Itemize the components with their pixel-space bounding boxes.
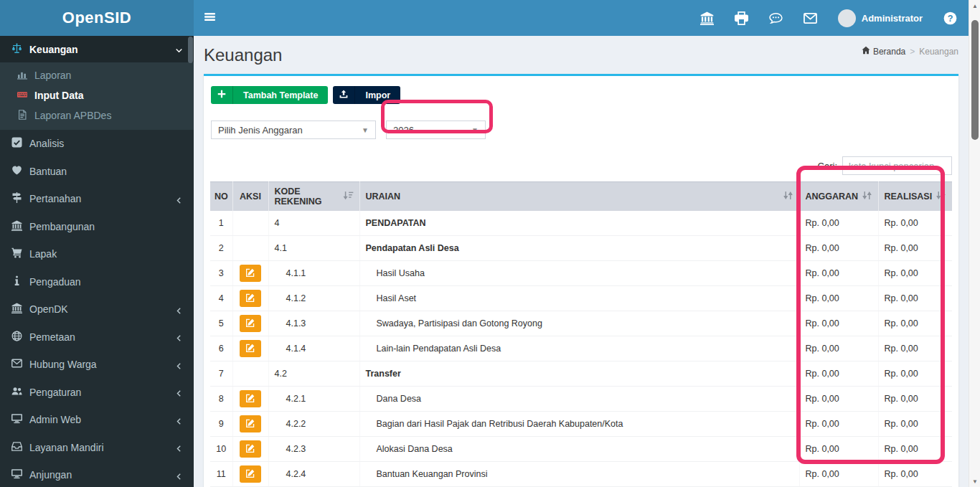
- sidebar-item-keuangan[interactable]: Keuangan: [0, 36, 194, 62]
- sidebar-item-pengaduan[interactable]: Pengaduan: [0, 268, 194, 296]
- sidebar-item-bantuan[interactable]: Bantuan: [0, 158, 194, 186]
- edit-button[interactable]: [240, 415, 261, 432]
- bank-icon: [11, 303, 23, 316]
- user-menu[interactable]: Administrator: [838, 9, 923, 27]
- realisasi-cell: Rp. 0,00: [878, 236, 952, 261]
- edit-button[interactable]: [240, 465, 261, 483]
- page-title: Keuangan: [204, 45, 958, 65]
- page-scrollbar[interactable]: ▲ ▼: [969, 0, 980, 487]
- realisasi-cell: Rp. 0,00: [878, 361, 952, 387]
- envelope-icon: [11, 359, 23, 371]
- uraian-cell: Transfer: [359, 361, 799, 387]
- column-header-uraian[interactable]: URAIAN: [359, 182, 799, 211]
- sidebar-item-pertanahan[interactable]: Pertanahan: [0, 185, 194, 213]
- column-header-realisasi[interactable]: REALISASI: [878, 182, 952, 211]
- sidebar-item-pengaturan[interactable]: Pengaturan: [0, 379, 194, 407]
- bank-button[interactable]: [700, 11, 714, 25]
- edit-button[interactable]: [240, 290, 261, 307]
- edit-icon: [246, 293, 255, 304]
- plus-icon: [211, 86, 233, 104]
- cart-icon: [11, 248, 23, 260]
- app-logo[interactable]: OpenSID: [0, 0, 194, 36]
- table-row: 2 4.1 Pendapatan Asli Desa Rp. 0,00 Rp. …: [210, 236, 952, 261]
- impor-button[interactable]: Impor: [333, 86, 400, 104]
- anggaran-cell: Rp. 0,00: [799, 286, 878, 311]
- column-header-kode-rekening[interactable]: KODE REKENING: [268, 182, 359, 211]
- sidebar-subitem-laporan[interactable]: Laporan: [0, 65, 194, 85]
- tahun-select[interactable]: 2026 ▼: [386, 120, 486, 139]
- sort-icon: [936, 191, 946, 202]
- sidebar-subitem-laporan-apbdes[interactable]: Laporan APBDes: [0, 105, 194, 126]
- anggaran-cell: Rp. 0,00: [799, 462, 878, 487]
- uraian-cell: Bagian dari Hasil Pajak dan Retribusi Da…: [359, 412, 799, 437]
- scrollbar-up-arrow[interactable]: ▲: [969, 0, 980, 11]
- tambah-template-button[interactable]: Tambah Template: [211, 86, 328, 104]
- caret-down-icon: ▼: [362, 126, 369, 134]
- inbox-icon: [11, 441, 23, 453]
- uraian-cell: Swadaya, Partisipasi dan Gotong Royong: [359, 311, 799, 336]
- anggaran-table: NO AKSI KODE REKENING URAIAN ANGGARAN RE…: [210, 181, 952, 487]
- sort-amount-icon: [343, 191, 354, 202]
- sidebar-item-analisis[interactable]: Analisis: [0, 130, 194, 158]
- edit-button[interactable]: [240, 315, 261, 332]
- kode-rekening-cell: 4.2.2: [268, 412, 359, 437]
- printer-icon: [735, 11, 748, 25]
- sidebar-subitem-input-data[interactable]: Input Data: [0, 85, 194, 105]
- realisasi-cell: Rp. 0,00: [878, 412, 952, 437]
- chevron-left-icon: [175, 388, 183, 396]
- edit-button[interactable]: [240, 390, 261, 407]
- chevron-left-icon: [175, 471, 183, 479]
- sidebar-item-lapak[interactable]: Lapak: [0, 240, 194, 268]
- realisasi-cell: Rp. 0,00: [878, 286, 952, 311]
- avatar: [838, 9, 856, 27]
- kode-rekening-cell: 4.2: [268, 361, 359, 387]
- breadcrumb-home-link[interactable]: Beranda: [862, 46, 905, 57]
- sidebar-item-layanan-mandiri[interactable]: Layanan Mandiri: [0, 434, 194, 462]
- edit-button[interactable]: [240, 440, 261, 458]
- desktop-icon: [11, 469, 23, 481]
- sidebar-item-anjungan[interactable]: Anjungan: [0, 461, 194, 487]
- scrollbar-down-arrow[interactable]: ▼: [969, 476, 980, 487]
- scales-icon: [11, 43, 23, 55]
- jenis-anggaran-select[interactable]: Pilih Jenis Anggaran ▼: [211, 120, 376, 139]
- keuangan-card: Tambah Template Impor Pilih Jenis Anggar…: [204, 74, 958, 487]
- table-row: 4 4.1.2 Hasil Aset Rp. 0,00 Rp. 0,00: [210, 286, 952, 311]
- row-number: 10: [210, 437, 232, 462]
- column-header-anggaran[interactable]: ANGGARAN: [799, 182, 878, 211]
- svg-text:?: ?: [948, 13, 953, 23]
- sidebar-item-admin-web[interactable]: Admin Web: [0, 406, 194, 434]
- printer-button[interactable]: [735, 11, 748, 25]
- search-input[interactable]: [842, 156, 952, 175]
- chevron-left-icon: [175, 416, 183, 424]
- uraian-cell: Dana Desa: [359, 387, 799, 412]
- sidebar-item-opendk[interactable]: OpenDK: [0, 295, 194, 323]
- sidebar-toggle-button[interactable]: [194, 0, 226, 36]
- scrollbar-thumb[interactable]: [971, 20, 979, 140]
- file-text-icon: [16, 110, 28, 122]
- table-row: 5 4.1.3 Swadaya, Partisipasi dan Gotong …: [210, 311, 952, 336]
- edit-button[interactable]: [240, 340, 261, 357]
- info-icon: [11, 275, 23, 288]
- envelope-button[interactable]: [804, 11, 817, 25]
- realisasi-cell: Rp. 0,00: [878, 211, 952, 236]
- table-row: 9 4.2.2 Bagian dari Hasil Pajak dan Retr…: [210, 412, 952, 437]
- sidebar-item-hubung-warga[interactable]: Hubung Warga: [0, 351, 194, 379]
- row-number: 9: [210, 412, 232, 437]
- realisasi-cell: Rp. 0,00: [878, 437, 952, 462]
- table-row: 11 4.2.4 Bantuan Keuangan Provinsi Rp. 0…: [210, 462, 952, 487]
- sidebar-scrollbar-thumb[interactable]: [188, 37, 193, 63]
- edit-icon: [246, 344, 255, 354]
- row-number: 1: [210, 211, 232, 236]
- chat-button[interactable]: [769, 11, 783, 25]
- kode-rekening-cell: 4: [268, 211, 359, 236]
- kode-rekening-cell: 4.1.1: [268, 261, 359, 286]
- anggaran-cell: Rp. 0,00: [799, 437, 878, 462]
- help-button[interactable]: ?: [943, 11, 957, 25]
- edit-button[interactable]: [240, 265, 261, 282]
- sidebar-item-pemetaan[interactable]: Pemetaan: [0, 323, 194, 351]
- sidebar-item-pembangunan[interactable]: Pembangunan: [0, 213, 194, 241]
- keyboard-icon: [16, 90, 28, 102]
- kode-rekening-cell: 4.2.4: [268, 462, 359, 487]
- chevron-down-icon: [175, 45, 183, 53]
- hamburger-icon: [204, 11, 216, 25]
